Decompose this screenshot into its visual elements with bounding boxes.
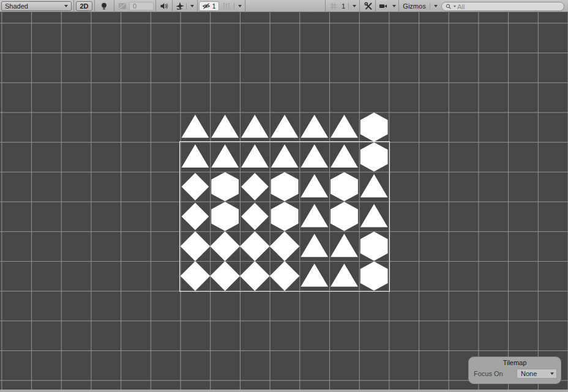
snap-settings-button[interactable]: [220, 1, 233, 11]
tile-triangle: [270, 113, 300, 142]
tile-hexagon: [270, 202, 300, 232]
exposure-value: 0: [133, 2, 136, 10]
tile-triangle: [299, 261, 329, 291]
tile-triangle: [299, 231, 329, 261]
toolbar-separator: [197, 0, 198, 12]
camera-icon: [378, 1, 388, 11]
tile-hexagon: [270, 172, 300, 202]
tile-diamond-large: [210, 231, 240, 261]
scene-search-box[interactable]: [441, 2, 564, 11]
tile-diamond: [181, 202, 211, 232]
tile-triangle: [329, 142, 359, 172]
tile-triangle: [299, 202, 329, 232]
tile-diamond-large: [240, 261, 270, 291]
tile-triangle: [210, 113, 240, 142]
toolbar-separator: [94, 0, 95, 12]
toolbar-separator: [359, 0, 360, 12]
chevron-down-icon: [392, 5, 396, 7]
shading-mode-dropdown[interactable]: Shaded: [1, 1, 72, 11]
snap-settings-dropdown[interactable]: [236, 1, 244, 11]
search-filter-dropdown-icon[interactable]: [454, 6, 456, 7]
2d-label: 2D: [80, 1, 88, 11]
scene-visibility-button[interactable]: 1: [199, 1, 219, 11]
hidden-objects-count: 1: [212, 1, 215, 11]
tile-diamond-large: [181, 261, 211, 291]
toolbar-separator: [245, 0, 245, 12]
tile-diamond: [240, 202, 270, 232]
toolbar-separator: [375, 0, 376, 12]
gizmos-button[interactable]: Gizmos: [401, 1, 428, 11]
tile-diamond-large: [181, 231, 211, 261]
window-bottom-edge: [0, 390, 568, 392]
toolbar-separator: [172, 0, 173, 12]
toolbar-separator: [398, 0, 399, 12]
toolbar-thin-separator: [234, 3, 234, 9]
tile-hexagon: [359, 261, 389, 291]
chevron-down-icon: [550, 372, 554, 375]
chevron-down-icon: [434, 5, 438, 7]
chevron-down-icon: [190, 5, 194, 7]
scene-view-canvas[interactable]: Tilemap Focus On None: [0, 12, 568, 392]
focus-on-value: None: [521, 370, 537, 377]
tile-triangle: [240, 113, 270, 142]
tilemap: [181, 113, 389, 291]
mini-grid-icon: [222, 1, 231, 11]
2d-toggle-button[interactable]: 2D: [76, 1, 92, 11]
toolbar-thin-separator: [430, 3, 430, 9]
tile-triangle: [181, 113, 211, 142]
component-tools-button[interactable]: [362, 1, 375, 11]
tile-hexagon: [329, 202, 359, 232]
tile-diamond-large: [240, 231, 270, 261]
toolbar-thin-separator: [186, 3, 187, 9]
tile-hexagon: [210, 202, 240, 232]
exposure-value-field[interactable]: 0: [129, 2, 154, 10]
grid-axis-count: 1: [340, 1, 346, 11]
magnifier-icon: [445, 3, 452, 10]
toolbar-separator: [155, 0, 156, 12]
tile-triangle: [359, 172, 389, 202]
tile-diamond: [240, 172, 270, 202]
tile-diamond-large: [270, 261, 300, 291]
scene-toolbar: Shaded 2D 0: [0, 0, 568, 12]
toolbar-separator: [114, 0, 114, 12]
tile-hexagon: [329, 172, 359, 202]
grid-dropdown[interactable]: [350, 1, 358, 11]
tile-triangle: [299, 172, 329, 202]
audio-toggle-button[interactable]: [157, 1, 171, 11]
effects-dropdown[interactable]: [188, 1, 196, 11]
tile-hexagon: [359, 113, 389, 142]
camera-settings-dropdown[interactable]: [390, 1, 398, 11]
gizmos-label: Gizmos: [403, 1, 425, 11]
toolbar-separator: [73, 0, 74, 12]
toolbar-thin-separator: [348, 3, 349, 9]
tile-triangle: [299, 113, 329, 142]
tile-diamond-large: [270, 231, 300, 261]
toolbar-separator: [325, 0, 326, 12]
tile-hexagon: [210, 172, 240, 202]
focus-on-row: Focus On None: [474, 369, 557, 379]
exposure-toggle[interactable]: [117, 1, 128, 11]
focus-on-dropdown[interactable]: None: [517, 369, 557, 379]
image-icon: [118, 1, 127, 11]
grid-visibility-button[interactable]: [328, 1, 339, 11]
hash-grid-icon: [329, 1, 338, 11]
camera-settings-button[interactable]: [377, 1, 389, 11]
wrench-icon: [364, 1, 373, 11]
gizmos-dropdown[interactable]: [432, 1, 439, 11]
effects-toggle-button[interactable]: [174, 1, 185, 11]
shading-mode-label: Shaded: [5, 1, 28, 11]
tile-hexagon: [359, 142, 389, 172]
scene-lighting-button[interactable]: [97, 1, 111, 11]
eye-slash-icon: [202, 2, 211, 10]
sparkle-icon: [175, 1, 185, 11]
panel-title: Tilemap: [469, 359, 561, 366]
tile-triangle: [329, 231, 359, 261]
scene-search-input[interactable]: [457, 2, 560, 10]
tile-triangle: [240, 142, 270, 172]
tilemap-focus-panel: Tilemap Focus On None: [468, 357, 561, 384]
tile-diamond-large: [210, 261, 240, 291]
chevron-down-icon: [353, 5, 356, 7]
bulb-icon: [99, 1, 109, 11]
chevron-down-icon: [238, 5, 242, 7]
tile-triangle: [299, 142, 329, 172]
